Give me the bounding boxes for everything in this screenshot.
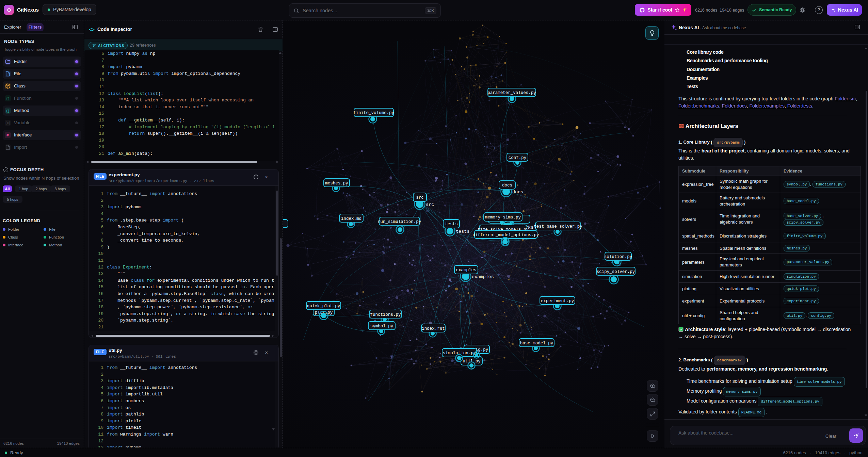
svg-text:functions.py: functions.py xyxy=(370,312,401,317)
svg-text:docs: docs xyxy=(502,183,512,188)
svg-text:memory_sims.py: memory_sims.py xyxy=(485,215,521,220)
svg-text:different_model_options.py: different_model_options.py xyxy=(472,233,539,238)
svg-text:solution.py: solution.py xyxy=(604,255,632,259)
svg-text:quick_plot.py: quick_plot.py xyxy=(307,304,340,309)
svg-text:{}: {} xyxy=(6,97,10,101)
svg-text:meshes.py: meshes.py xyxy=(325,181,348,186)
svg-text:finite_volume.py: finite_volume.py xyxy=(353,111,395,115)
svg-text:test_base_solver.py: test_base_solver.py xyxy=(534,224,582,229)
svg-text:src: src xyxy=(426,202,434,207)
svg-text:simulation.py: simulation.py xyxy=(443,351,476,356)
svg-text:parameter_values.py: parameter_values.py xyxy=(487,91,536,95)
svg-text:util.py: util.py xyxy=(463,359,481,364)
svg-text:(x): (x) xyxy=(5,121,11,125)
svg-text:index.md: index.md xyxy=(341,216,361,221)
svg-text:experiment.py: experiment.py xyxy=(541,299,574,304)
svg-text:tests: tests xyxy=(445,222,458,227)
svg-text:#: # xyxy=(6,133,9,137)
svg-text:docs: docs xyxy=(512,190,523,195)
svg-text:run_simulation.py: run_simulation.py xyxy=(378,219,421,224)
svg-text:scipy_solver.py: scipy_solver.py xyxy=(597,270,635,274)
svg-text:conf.py: conf.py xyxy=(509,156,527,160)
svg-text:{}: {} xyxy=(6,109,10,113)
svg-text:index.rst: index.rst xyxy=(422,326,445,331)
svg-text:examples: examples xyxy=(472,274,494,279)
svg-text:examples: examples xyxy=(456,268,476,273)
svg-text:symbol.py: symbol.py xyxy=(370,324,393,329)
svg-text:src: src xyxy=(416,195,424,200)
svg-text:tests: tests xyxy=(456,229,470,234)
svg-text:base_model.py: base_model.py xyxy=(520,341,553,346)
